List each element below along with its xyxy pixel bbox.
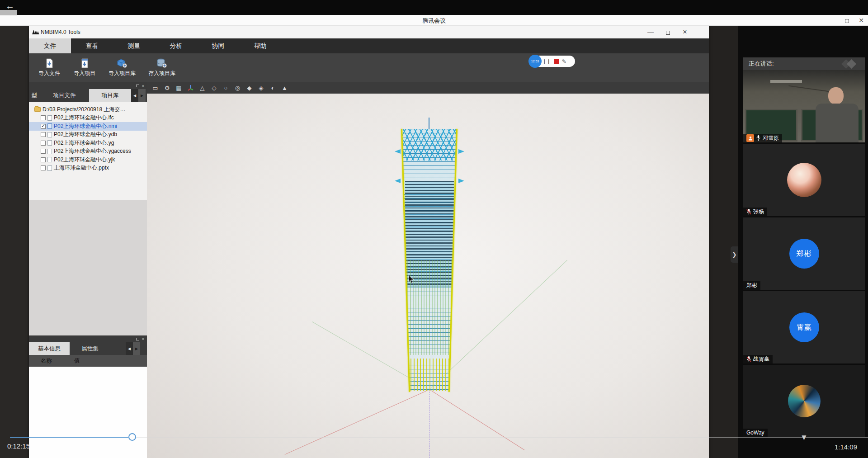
participant-name: 张杨 bbox=[753, 208, 764, 216]
annotate-icon[interactable]: ✎ bbox=[562, 58, 566, 65]
progress-bar-track[interactable] bbox=[136, 437, 868, 438]
column-value: 值 bbox=[74, 355, 80, 367]
participant-tile[interactable]: 郑彬 郑彬 bbox=[743, 217, 865, 290]
tab-model[interactable]: 型 bbox=[29, 89, 40, 102]
axis-triad-icon[interactable] bbox=[187, 84, 194, 92]
tabs-scroll-right[interactable]: ▶ bbox=[138, 89, 146, 102]
tab-partial[interactable] bbox=[110, 342, 126, 355]
tree-row[interactable]: P02上海环球金融中心.ydb bbox=[29, 131, 147, 139]
app-close-button[interactable]: × bbox=[678, 27, 692, 38]
tabs-scroll-left[interactable]: ◀ bbox=[131, 89, 138, 102]
tree-row[interactable]: P02上海环球金融中心.yg bbox=[29, 139, 147, 147]
cube-highlight-icon[interactable]: ◇ bbox=[210, 84, 218, 92]
meeting-maximize-button[interactable] bbox=[840, 15, 854, 26]
close-panel-icon[interactable]: × bbox=[142, 337, 144, 341]
tab-property-set[interactable]: 属性集 bbox=[70, 342, 110, 355]
menu-tab-view[interactable]: 查看 bbox=[71, 38, 113, 53]
viewport-3d[interactable] bbox=[147, 94, 709, 458]
classroom-video bbox=[743, 70, 865, 142]
settings-gear-icon[interactable]: ⚙ bbox=[163, 84, 171, 92]
tree-row[interactable]: P02上海环球金融中心.ygaccess bbox=[29, 147, 147, 156]
tree-root-label: D:/03 Projects/20200918 上海交… bbox=[42, 106, 125, 113]
ribbon-label: 导入项目库 bbox=[108, 70, 136, 77]
checkbox[interactable] bbox=[41, 141, 46, 146]
outrigger bbox=[395, 179, 401, 183]
pause-recording-icon[interactable]: ❙❙ bbox=[542, 59, 551, 64]
import-file-button[interactable]: 导入文件 bbox=[33, 55, 66, 80]
participant-name-chip: 张杨 bbox=[743, 208, 767, 216]
participant-tile[interactable]: 张杨 bbox=[743, 144, 865, 216]
checkbox[interactable] bbox=[41, 149, 46, 154]
file-label: P02上海环球金融中心.ygaccess bbox=[54, 147, 131, 155]
file-icon bbox=[47, 140, 52, 146]
cube-layers-icon[interactable]: ◐ bbox=[269, 84, 277, 92]
progress-bar-elapsed[interactable] bbox=[10, 437, 128, 438]
more-participants-icon[interactable]: ▼ bbox=[800, 433, 808, 442]
float-panel-icon[interactable] bbox=[136, 85, 139, 87]
import-library-button[interactable]: 导入项目库 bbox=[103, 55, 141, 80]
meeting-close-button[interactable]: ✕ bbox=[854, 15, 868, 26]
mic-muted-icon bbox=[746, 356, 751, 363]
app-maximize-button[interactable] bbox=[661, 27, 675, 38]
mic-muted-icon bbox=[746, 208, 751, 215]
perspective-icon[interactable]: △ bbox=[198, 84, 206, 92]
import-project-button[interactable]: 导入项目 bbox=[68, 55, 101, 80]
float-panel-icon[interactable] bbox=[136, 338, 139, 340]
info-tabs-scroll-left[interactable]: ◀ bbox=[126, 342, 133, 355]
store-library-button[interactable]: 存入项目库 bbox=[143, 55, 181, 80]
sphere-axis-icon[interactable]: ◎ bbox=[234, 84, 241, 92]
progress-handle[interactable] bbox=[128, 433, 136, 441]
viewport-toolbar: ▭ ⚙ ▦ △ ◇ ○ ◎ ◆ ◈ ◐ ▲ bbox=[147, 82, 709, 94]
tree-row[interactable]: 上海环球金融中心.pptx bbox=[29, 164, 147, 173]
checkbox[interactable] bbox=[41, 165, 46, 170]
tab-project-library[interactable]: 项目库 bbox=[89, 89, 131, 102]
info-panel-controls: × bbox=[136, 337, 144, 341]
tree-row-selected[interactable]: P02上海环球金融中心.nmi bbox=[29, 122, 147, 131]
menu-tab-analyze[interactable]: 分析 bbox=[155, 38, 197, 53]
tab-project-files[interactable]: 项目文件 bbox=[40, 89, 89, 102]
column-name: 名称 bbox=[41, 355, 52, 367]
file-label: 上海环球金融中心.pptx bbox=[54, 164, 109, 172]
menu-tab-help[interactable]: 帮助 bbox=[239, 38, 281, 53]
tab-basic-info[interactable]: 基本信息 bbox=[29, 342, 70, 355]
participant-name-chip: 邓雪原 bbox=[743, 134, 782, 142]
fit-view-icon[interactable]: ▭ bbox=[151, 84, 159, 92]
snapshot-icon[interactable]: ▦ bbox=[175, 84, 183, 92]
close-panel-icon[interactable]: × bbox=[142, 84, 144, 88]
nmbim-window: NMBIM4.0 Tools — × 文件 查看 测量 分析 协同 帮助 导入文… bbox=[29, 26, 709, 458]
checkbox[interactable] bbox=[41, 157, 46, 162]
avatar-image bbox=[788, 385, 821, 417]
project-panel-tabs: 型 项目文件 项目库 ◀ ▶ bbox=[29, 89, 147, 102]
menu-tab-collaborate[interactable]: 协同 bbox=[197, 38, 239, 53]
tree-row[interactable]: P02上海环球金融中心.yjk bbox=[29, 156, 147, 164]
tree-row[interactable]: P02上海环球金融中心.ifc bbox=[29, 114, 147, 123]
project-panel-controls: × bbox=[136, 84, 144, 88]
participant-name: 邓雪原 bbox=[763, 134, 779, 142]
menu-tab-file[interactable]: 文件 bbox=[29, 38, 71, 53]
tower-mullions bbox=[407, 260, 452, 355]
meeting-minimize-button[interactable]: — bbox=[824, 15, 837, 26]
checkbox[interactable] bbox=[41, 115, 46, 120]
participant-name-chip: 战霄赢 bbox=[743, 355, 773, 364]
checkbox[interactable] bbox=[41, 132, 46, 137]
cube-icon[interactable]: ◈ bbox=[257, 84, 265, 92]
participant-tile-video[interactable]: 邓雪原 bbox=[743, 70, 865, 142]
participant-tile[interactable]: GoWay bbox=[743, 365, 865, 437]
ribbon-label: 导入项目 bbox=[74, 70, 95, 77]
info-tabs-scroll-right[interactable]: ▶ bbox=[133, 342, 140, 355]
file-icon bbox=[47, 157, 52, 162]
stop-recording-icon[interactable] bbox=[554, 59, 559, 64]
panel-collapse-handle[interactable]: ❯ bbox=[731, 246, 738, 263]
participant-tile[interactable]: 霄赢 战霄赢 bbox=[743, 291, 865, 364]
ribbon-label: 导入文件 bbox=[38, 70, 60, 77]
tree-root-row[interactable]: D:/03 Projects/20200918 上海交… bbox=[29, 105, 147, 114]
app-minimize-button[interactable]: — bbox=[644, 27, 657, 38]
player-top-bar: ← bbox=[0, 0, 868, 15]
menu-tab-measure[interactable]: 测量 bbox=[113, 38, 155, 53]
pyramid-add-icon[interactable]: ▲ bbox=[281, 84, 288, 92]
sphere-icon[interactable]: ○ bbox=[222, 84, 230, 92]
cube-add-icon[interactable]: ◆ bbox=[245, 84, 253, 92]
checkbox-checked[interactable] bbox=[41, 124, 46, 129]
tower-model bbox=[402, 129, 457, 391]
outrigger bbox=[458, 179, 464, 183]
